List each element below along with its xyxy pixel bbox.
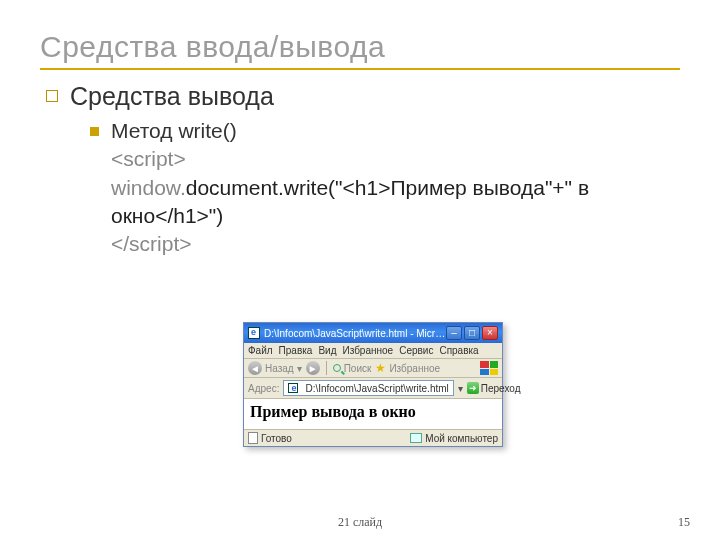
maximize-button[interactable]: □ (464, 326, 480, 340)
address-label: Адрес: (248, 383, 279, 394)
ie-page-icon (288, 383, 298, 393)
back-label: Назад (265, 363, 294, 374)
back-button[interactable]: ◄ Назад ▾ (248, 361, 302, 375)
window-titlebar: D:\Infocom\JavaScript\write.html - Micro… (244, 323, 502, 343)
square-bullet-icon (46, 90, 58, 102)
windows-flag-icon (480, 361, 498, 375)
code-block: <script> window.document.write("<h1>Прим… (111, 145, 680, 258)
code-open-tag: <script> (111, 147, 186, 170)
close-button[interactable]: × (482, 326, 498, 340)
search-label: Поиск (344, 363, 372, 374)
title-rule (40, 68, 680, 70)
address-bar: Адрес: D:\Infocom\JavaScript\write.html … (244, 378, 502, 399)
favorites-button[interactable]: ★ Избранное (375, 362, 440, 374)
favorites-label: Избранное (389, 363, 440, 374)
bullet-level-2: Метод write() <script> window.document.w… (90, 117, 680, 259)
document-icon (248, 432, 258, 444)
page-content: Пример вывода в окно (244, 399, 502, 429)
minimize-button[interactable]: – (446, 326, 462, 340)
statusbar: Готово Мой компьютер (244, 429, 502, 446)
go-label: Переход (481, 383, 521, 394)
star-icon: ★ (375, 362, 386, 374)
menu-tools[interactable]: Сервис (399, 345, 433, 356)
go-button[interactable]: ➜ Переход (467, 382, 521, 394)
forward-button[interactable]: ► (306, 361, 320, 375)
go-arrow-icon: ➜ (467, 382, 479, 394)
ie-icon (248, 327, 260, 339)
browser-screenshot: D:\Infocom\JavaScript\write.html - Micro… (243, 322, 503, 447)
back-arrow-icon: ◄ (248, 361, 262, 375)
search-button[interactable]: Поиск (333, 363, 372, 374)
status-left-text: Готово (261, 433, 292, 444)
slide-body: Средства вывода Метод write() <script> w… (40, 82, 680, 259)
my-computer-icon (410, 433, 422, 443)
menubar: Файл Правка Вид Избранное Сервис Справка (244, 343, 502, 359)
menu-view[interactable]: Вид (318, 345, 336, 356)
filled-square-bullet-icon (90, 127, 99, 136)
content-heading: Пример вывода в окно (250, 403, 496, 421)
slide-title: Средства ввода/вывода (40, 30, 720, 64)
bullet-level-1: Средства вывода (46, 82, 680, 111)
menu-edit[interactable]: Правка (279, 345, 313, 356)
lvl1-text: Средства вывода (70, 82, 274, 111)
address-input[interactable]: D:\Infocom\JavaScript\write.html (283, 380, 453, 396)
code-window-word: window. (111, 176, 186, 199)
status-right-text: Мой компьютер (425, 433, 498, 444)
menu-help[interactable]: Справка (439, 345, 478, 356)
code-close-tag: </script> (111, 232, 192, 255)
menu-favorites[interactable]: Избранное (342, 345, 393, 356)
slide-footer: 21 слайд (0, 515, 720, 530)
menu-file[interactable]: Файл (248, 345, 273, 356)
lvl2-text: Метод write() (111, 117, 237, 145)
toolbar: ◄ Назад ▾ ► Поиск ★ Избранное (244, 359, 502, 378)
window-title-text: D:\Infocom\JavaScript\write.html - Micro… (264, 328, 446, 339)
slide-number: 15 (678, 515, 690, 530)
address-value: D:\Infocom\JavaScript\write.html (305, 383, 448, 394)
search-icon (333, 364, 341, 372)
